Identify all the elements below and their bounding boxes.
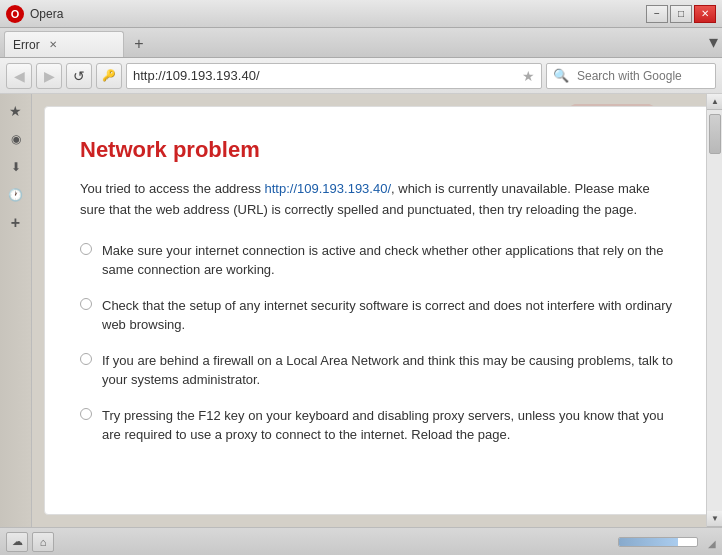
resize-handle[interactable]: ◢ (702, 535, 716, 549)
key-button[interactable]: 🔑 (96, 63, 122, 89)
status-right: ◢ (618, 535, 716, 549)
list-item-text: Try pressing the F12 key on your keyboar… (102, 406, 674, 445)
key-icon: 🔑 (102, 69, 116, 82)
progress-fill (619, 538, 678, 546)
sidebar-history-button[interactable]: 🕐 (3, 182, 29, 208)
downloads-icon: ⬇ (11, 160, 21, 174)
back-button[interactable]: ◀ (6, 63, 32, 89)
title-bar-buttons: − □ ✕ (646, 5, 716, 23)
list-item: If you are behind a firewall on a Local … (80, 351, 674, 390)
list-item: Make sure your internet connection is ac… (80, 241, 674, 280)
resize-icon: ◢ (708, 538, 716, 549)
main-layout: ★ ◉ ⬇ 🕐 + Network problem You tried to a… (0, 94, 722, 527)
cloud-icon: ☁ (12, 535, 23, 548)
reload-button[interactable]: ↺ (66, 63, 92, 89)
sidebar-downloads-button[interactable]: ⬇ (3, 154, 29, 180)
title-bar-left: O Opera (6, 5, 63, 23)
content-area: Network problem You tried to access the … (32, 94, 722, 527)
reload-icon: ↺ (73, 68, 85, 84)
home-icon: ⌂ (40, 536, 47, 548)
scrollbar: ▲ ▼ (706, 94, 722, 527)
scroll-up-button[interactable]: ▲ (707, 94, 722, 110)
bookmark-star-icon[interactable]: ★ (522, 68, 535, 84)
title-text: Opera (30, 7, 63, 21)
opera-logo: O (6, 5, 24, 23)
sidebar: ★ ◉ ⬇ 🕐 + (0, 94, 32, 527)
progress-bar (618, 537, 698, 547)
forward-icon: ▶ (44, 68, 55, 84)
tab-bar: Error ✕ + ▾ (0, 28, 722, 58)
nav-bar: ◀ ▶ ↺ 🔑 ★ 🔍 ■ (0, 58, 722, 94)
list-item-text: Make sure your internet connection is ac… (102, 241, 674, 280)
address-input[interactable] (133, 68, 518, 83)
minimize-button[interactable]: − (646, 5, 668, 23)
sidebar-bookmark-button[interactable]: ★ (3, 98, 29, 124)
list-item-text: If you are behind a firewall on a Local … (102, 351, 674, 390)
search-bar: 🔍 ■ (546, 63, 716, 89)
status-bar: ☁ ⌂ ◢ (0, 527, 722, 555)
address-bar[interactable]: ★ (126, 63, 542, 89)
scroll-track[interactable] (707, 110, 722, 511)
history-icon: 🕐 (8, 188, 23, 202)
title-bar: O Opera − □ ✕ (0, 0, 722, 28)
search-input[interactable] (577, 69, 722, 83)
bullet-icon (80, 298, 92, 310)
back-icon: ◀ (14, 68, 25, 84)
tab-error[interactable]: Error ✕ (4, 31, 124, 57)
add-icon: + (11, 214, 20, 232)
error-list: Make sure your internet connection is ac… (80, 241, 674, 445)
list-item: Check that the setup of any internet sec… (80, 296, 674, 335)
scroll-down-button[interactable]: ▼ (707, 511, 722, 527)
new-tab-button[interactable]: + (128, 33, 150, 55)
bullet-icon (80, 408, 92, 420)
list-item-text: Check that the setup of any internet sec… (102, 296, 674, 335)
error-description: You tried to access the address http://1… (80, 179, 674, 221)
close-button[interactable]: ✕ (694, 5, 716, 23)
error-title: Network problem (80, 137, 674, 163)
scroll-thumb[interactable] (709, 114, 721, 154)
error-page: Network problem You tried to access the … (44, 106, 710, 515)
sidebar-rss-button[interactable]: ◉ (3, 126, 29, 152)
error-link[interactable]: http://109.193.193.40/ (265, 181, 392, 196)
bullet-icon (80, 353, 92, 365)
tab-label: Error (13, 38, 40, 52)
search-magnifier-icon: 🔍 (553, 68, 569, 83)
bullet-icon (80, 243, 92, 255)
cloud-status-button[interactable]: ☁ (6, 532, 28, 552)
bookmark-icon: ★ (9, 103, 22, 119)
tab-bar-menu[interactable]: ▾ (709, 31, 718, 53)
status-left: ☁ ⌂ (6, 532, 54, 552)
sidebar-add-button[interactable]: + (3, 210, 29, 236)
maximize-button[interactable]: □ (670, 5, 692, 23)
home-status-button[interactable]: ⌂ (32, 532, 54, 552)
list-item: Try pressing the F12 key on your keyboar… (80, 406, 674, 445)
rss-icon: ◉ (11, 132, 21, 146)
error-desc-before: You tried to access the address (80, 181, 265, 196)
tab-close-button[interactable]: ✕ (46, 38, 60, 52)
forward-button[interactable]: ▶ (36, 63, 62, 89)
